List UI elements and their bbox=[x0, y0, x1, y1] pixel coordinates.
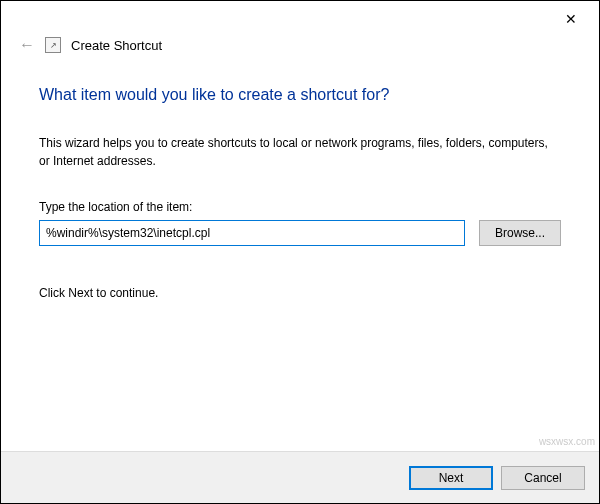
wizard-footer: Next Cancel bbox=[1, 451, 599, 503]
wizard-title: Create Shortcut bbox=[71, 38, 162, 53]
cancel-button[interactable]: Cancel bbox=[501, 466, 585, 490]
continue-hint: Click Next to continue. bbox=[39, 286, 561, 300]
next-button[interactable]: Next bbox=[409, 466, 493, 490]
wizard-description: This wizard helps you to create shortcut… bbox=[39, 134, 561, 170]
location-input[interactable] bbox=[39, 220, 465, 246]
wizard-header: ← ↗ Create Shortcut bbox=[19, 37, 162, 53]
watermark: wsxwsx.com bbox=[539, 436, 595, 447]
browse-button[interactable]: Browse... bbox=[479, 220, 561, 246]
location-row: Browse... bbox=[39, 220, 561, 246]
titlebar: ✕ bbox=[551, 1, 599, 31]
close-button[interactable]: ✕ bbox=[551, 5, 591, 33]
page-heading: What item would you like to create a sho… bbox=[39, 86, 561, 104]
back-arrow-icon[interactable]: ← bbox=[19, 37, 35, 53]
content-area: What item would you like to create a sho… bbox=[39, 86, 561, 300]
shortcut-icon: ↗ bbox=[45, 37, 61, 53]
location-label: Type the location of the item: bbox=[39, 200, 561, 214]
close-icon: ✕ bbox=[565, 11, 577, 27]
